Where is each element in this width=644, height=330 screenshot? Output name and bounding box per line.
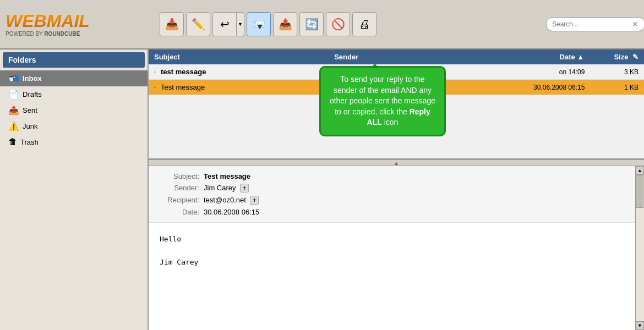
scroll-thumb[interactable] xyxy=(636,175,643,208)
folders-header: Folders xyxy=(3,52,145,68)
forward-icon: 📤 xyxy=(279,18,292,31)
delete-button[interactable]: 🚫 xyxy=(326,12,350,36)
reply-button[interactable]: ↩ xyxy=(212,12,237,36)
add-recipient-button[interactable]: + xyxy=(250,196,259,205)
drafts-label: Drafts xyxy=(23,90,42,98)
logo-webmail: WEBMAIL xyxy=(6,12,90,30)
logo-powered: POWERED BY ROUNDCUBE xyxy=(6,31,90,37)
sidebar: Folders 📬 Inbox 📄 Drafts 📤 Sent ⚠️ Junk … xyxy=(0,50,149,330)
scroll-up-button[interactable]: ▲ xyxy=(636,166,644,175)
sidebar-item-inbox[interactable]: 📬 Inbox xyxy=(0,70,148,86)
message-list-header: Subject Sender Date ▲ Size ✎ xyxy=(149,50,644,64)
resize-handle-indicator: ▲ xyxy=(394,160,399,166)
tooltip-text: To send your reply to the sender of the … xyxy=(330,75,435,127)
sidebar-item-junk[interactable]: ⚠️ Junk xyxy=(0,118,148,134)
subject-value: Test message xyxy=(204,172,250,180)
date-label: Date: xyxy=(160,208,204,216)
inbox-label: Inbox xyxy=(23,74,42,82)
sidebar-item-trash[interactable]: 🗑 Trash xyxy=(0,134,148,150)
subject-header-row: Subject: Test message xyxy=(160,170,624,182)
toolbar: 📥 ✏️ ↩ ▼ 📨 📤 🔄 🚫 xyxy=(154,12,638,36)
forward-button[interactable]: 📤 xyxy=(273,12,297,36)
recipient-label: Recipient: xyxy=(160,196,204,205)
sender-label: Sender: xyxy=(160,184,204,193)
get-mail-icon: 📥 xyxy=(165,18,179,31)
junk-icon: ⚠️ xyxy=(8,121,19,131)
print-button[interactable]: 🖨 xyxy=(352,12,376,36)
logo-area: WEBMAIL POWERED BY ROUNDCUBE xyxy=(6,12,154,37)
sent-icon: 📤 xyxy=(8,105,19,116)
date-header-row: Date: 30.06.2008 06:15 xyxy=(160,206,624,218)
message-subject: Test message xyxy=(161,83,339,91)
sender-column-header[interactable]: Sender xyxy=(334,53,479,61)
preview-headers: Subject: Test message Sender: Jim Carey … xyxy=(149,166,635,223)
compose-button[interactable]: ✏️ xyxy=(186,12,210,36)
unread-bullet: • xyxy=(154,69,161,74)
trash-label: Trash xyxy=(20,138,39,146)
inbox-icon: 📬 xyxy=(8,73,19,84)
date-value: 30.06.2008 06:15 xyxy=(204,208,259,216)
add-sender-button[interactable]: + xyxy=(240,184,249,193)
recipient-value: test@oz0.net + xyxy=(204,196,259,205)
message-size: 3 KB xyxy=(590,68,638,76)
search-area: ✕ xyxy=(546,17,638,31)
message-subject: test message xyxy=(161,68,339,76)
reply-button-group: ↩ ▼ xyxy=(212,12,244,36)
main-area: Folders 📬 Inbox 📄 Drafts 📤 Sent ⚠️ Junk … xyxy=(0,50,644,330)
right-panel: Subject Sender Date ▲ Size ✎ • test mess… xyxy=(149,50,644,330)
date-column-header[interactable]: Date ▲ xyxy=(479,53,590,61)
compose-icon: ✏️ xyxy=(192,18,205,31)
sent-label: Sent xyxy=(23,106,37,114)
reply-dropdown-arrow[interactable]: ▼ xyxy=(237,12,244,36)
sender-value: Jim Carey + xyxy=(204,184,249,193)
get-mail-button[interactable]: 📥 xyxy=(160,12,184,36)
junk-label: Junk xyxy=(23,122,37,130)
message-date: on 14:09 xyxy=(482,68,591,76)
message-list-area: Subject Sender Date ▲ Size ✎ • test mess… xyxy=(149,50,644,160)
sidebar-item-drafts[interactable]: 📄 Drafts xyxy=(0,86,148,102)
drafts-icon: 📄 xyxy=(8,89,19,100)
preview-content: Subject: Test message Sender: Jim Carey … xyxy=(149,166,635,330)
logo-text: WEBMAIL POWERED BY ROUNDCUBE xyxy=(6,12,90,37)
reply-all-button[interactable]: 📨 xyxy=(247,12,271,36)
preview-body: HelloJim Carey xyxy=(149,223,635,279)
reply-icon: ↩ xyxy=(220,18,230,31)
message-date: 30.06.2008 06:15 xyxy=(482,84,591,91)
edit-columns-icon[interactable]: ✎ xyxy=(632,53,638,61)
move-icon: 🔄 xyxy=(305,18,319,31)
scroll-track[interactable] xyxy=(636,175,644,321)
delete-icon: 🚫 xyxy=(331,18,345,31)
tooltip: To send your reply to the sender of the … xyxy=(319,66,446,136)
top-bar: WEBMAIL POWERED BY ROUNDCUBE 📥 ✏️ ↩ ▼ 📨 xyxy=(0,0,644,50)
print-icon: 🖨 xyxy=(359,18,370,31)
message-preview: Subject: Test message Sender: Jim Carey … xyxy=(149,166,644,330)
search-input[interactable] xyxy=(546,17,644,31)
subject-label: Subject: xyxy=(160,172,204,180)
sender-header-row: Sender: Jim Carey + xyxy=(160,182,624,194)
subject-column-header[interactable]: Subject xyxy=(154,53,334,61)
move-button[interactable]: 🔄 xyxy=(299,12,324,36)
sidebar-item-sent[interactable]: 📤 Sent xyxy=(0,102,148,118)
trash-icon: 🗑 xyxy=(8,137,17,147)
scroll-down-button[interactable]: ▼ xyxy=(636,321,644,330)
resize-handle[interactable]: ▲ xyxy=(149,160,644,166)
scrollbar: ▲ ▼ xyxy=(635,166,644,330)
recipient-header-row: Recipient: test@oz0.net + xyxy=(160,194,624,206)
selected-bullet: • xyxy=(154,85,161,90)
search-clear-button[interactable]: ✕ xyxy=(632,20,638,29)
message-size: 1 KB xyxy=(590,84,638,91)
size-column-header[interactable]: Size ✎ xyxy=(590,53,638,61)
